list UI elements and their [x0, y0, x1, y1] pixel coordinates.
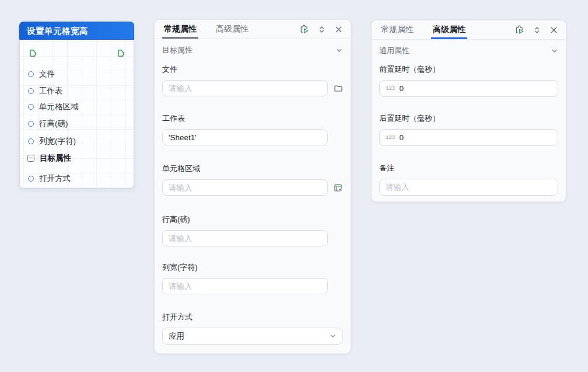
section-common-properties[interactable]: 通用属性: [372, 41, 566, 60]
debug-run-icon[interactable]: [515, 25, 524, 34]
open-mode-select[interactable]: 应用: [162, 328, 343, 345]
field-label: 单元格区域: [162, 164, 343, 173]
tab-label: 常规属性: [164, 24, 197, 34]
worksheet-input[interactable]: [169, 133, 321, 142]
cell-picker-icon[interactable]: [333, 183, 343, 193]
tab-label: 高级属性: [216, 24, 249, 34]
collapse-minus-icon[interactable]: [27, 155, 34, 162]
close-icon[interactable]: [549, 25, 558, 34]
spacer: [333, 234, 343, 244]
node-param-row[interactable]: 工作表: [28, 85, 129, 96]
row-height-input[interactable]: [169, 234, 321, 243]
node-param-label: 单元格区域: [39, 102, 79, 112]
spacer: [333, 133, 343, 142]
post-delay-input-box[interactable]: 123: [379, 129, 558, 146]
tab-label: 常规属性: [381, 25, 414, 35]
tab-label: 高级属性: [433, 25, 466, 35]
section-target-properties[interactable]: 目标属性: [155, 41, 351, 60]
chevron-down-icon[interactable]: [335, 47, 343, 54]
field-file: 文件: [162, 64, 343, 96]
field-cell-range: 单元格区域: [162, 164, 343, 196]
node-param-label: 打开方式: [39, 173, 71, 184]
open-mode-value: 应用: [169, 331, 184, 342]
row-height-input-box[interactable]: [162, 230, 328, 246]
field-label: 文件: [162, 64, 343, 74]
field-col-width: 列宽(字符): [162, 262, 343, 294]
circle-port-icon: [28, 104, 34, 110]
chevron-down-icon[interactable]: [551, 47, 558, 55]
remark-input-box[interactable]: [379, 179, 558, 196]
debug-run-icon[interactable]: [300, 25, 309, 34]
unfold-icon[interactable]: [317, 25, 326, 34]
panel-toolbar: [515, 20, 558, 39]
flow-node-card[interactable]: 设置单元格宽高 文件 工作表 单元格区域 行高(磅) 列宽(字符) 目标属性 打…: [19, 22, 134, 189]
tab-general-properties[interactable]: 常规属性: [379, 20, 415, 39]
node-param-label: 文件: [39, 69, 55, 79]
field-remark: 备注: [379, 163, 558, 196]
tab-general-properties[interactable]: 常规属性: [162, 20, 198, 39]
circle-port-icon: [28, 88, 34, 94]
post-delay-input[interactable]: [400, 133, 552, 142]
col-width-input[interactable]: [169, 282, 321, 291]
flow-node-icon: [116, 48, 126, 58]
advanced-properties-panel: 常规属性 高级属性 通用属性: [371, 20, 566, 202]
field-label: 列宽(字符): [162, 262, 343, 272]
node-param-group-row[interactable]: 目标属性: [28, 152, 129, 164]
tabbar: 常规属性 高级属性: [155, 20, 351, 39]
folder-icon[interactable]: [333, 84, 343, 93]
field-worksheet: 工作表: [162, 113, 343, 145]
close-icon[interactable]: [334, 25, 343, 34]
tabbar: 常规属性 高级属性: [372, 20, 566, 40]
field-label: 备注: [379, 163, 558, 173]
file-input[interactable]: [169, 84, 321, 93]
unfold-icon[interactable]: [532, 25, 541, 34]
cell-range-input[interactable]: [169, 183, 321, 192]
node-param-row[interactable]: 文件: [28, 68, 129, 79]
section-title: 目标属性: [162, 45, 192, 55]
chevron-down-icon: [329, 332, 337, 340]
field-label: 打开方式: [162, 312, 343, 322]
pre-delay-input-box[interactable]: 123: [379, 80, 558, 97]
number-type-icon: 123: [386, 85, 395, 92]
section-title: 通用属性: [379, 46, 410, 56]
circle-port-icon: [28, 71, 34, 77]
number-type-icon: 123: [386, 134, 395, 141]
worksheet-input-box[interactable]: [162, 129, 328, 145]
field-row-height: 行高(磅): [162, 214, 343, 246]
file-input-box[interactable]: [162, 80, 328, 96]
field-pre-delay: 前置延时（毫秒） 123: [379, 64, 558, 97]
field-label: 后置延时（毫秒）: [379, 113, 558, 123]
general-properties-panel: 常规属性 高级属性 目标属性: [154, 19, 351, 354]
tab-advanced-properties[interactable]: 高级属性: [431, 20, 467, 39]
remark-input[interactable]: [386, 183, 552, 192]
node-param-label: 列宽(字符): [39, 136, 76, 147]
spacer: [333, 281, 343, 291]
field-label: 行高(磅): [162, 214, 343, 224]
tab-advanced-properties[interactable]: 高级属性: [214, 20, 250, 39]
node-param-row[interactable]: 打开方式: [28, 173, 129, 184]
field-label: 工作表: [162, 113, 343, 123]
col-width-input-box[interactable]: [162, 278, 328, 294]
pre-delay-input[interactable]: [400, 84, 552, 93]
circle-port-icon: [28, 121, 34, 127]
node-param-label: 目标属性: [40, 153, 71, 164]
circle-port-icon: [28, 176, 34, 182]
node-param-label: 工作表: [39, 86, 63, 96]
node-param-row[interactable]: 行高(磅): [28, 118, 129, 129]
cell-range-input-box[interactable]: [162, 179, 328, 196]
field-label: 前置延时（毫秒）: [379, 64, 558, 74]
node-param-row[interactable]: 单元格区域: [28, 101, 129, 112]
node-param-row[interactable]: 列宽(字符): [28, 135, 129, 147]
node-param-label: 行高(磅): [39, 119, 68, 129]
flow-node-icon: [27, 48, 38, 58]
field-post-delay: 后置延时（毫秒） 123: [379, 113, 558, 146]
field-open-mode: 打开方式 应用: [162, 312, 343, 345]
panel-toolbar: [300, 20, 343, 39]
node-title[interactable]: 设置单元格宽高: [19, 22, 134, 40]
circle-port-icon: [28, 138, 34, 144]
